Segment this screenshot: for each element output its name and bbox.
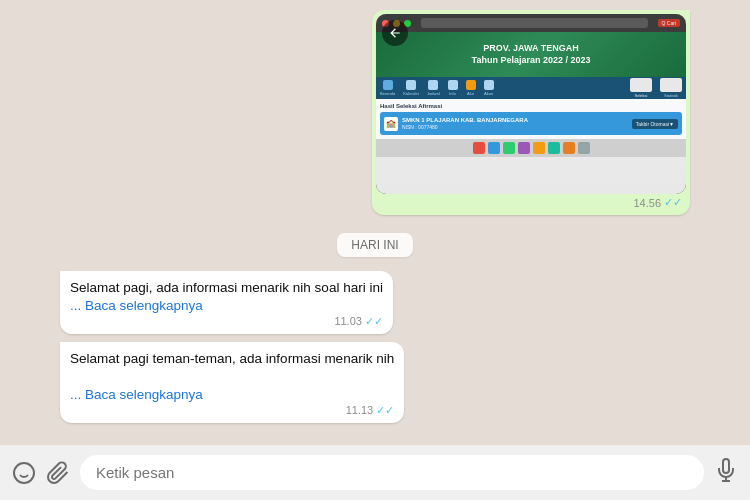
check-1103: ✓✓ <box>365 315 383 328</box>
nav-item-statistik: Statistik <box>660 78 682 98</box>
bubble-left-1: Selamat pagi, ada informasi menarik nih … <box>60 271 393 334</box>
forward-icon[interactable] <box>382 20 408 46</box>
prov-title: PROV. JAWA TENGAH Tahun Pelajaran 2022 /… <box>472 43 591 66</box>
nav-item-kalender: Kalender <box>403 80 419 96</box>
input-bar <box>0 445 750 500</box>
time-1456: 14.56 <box>633 197 661 209</box>
chat-background: Q Cari PROV. JAWA TENGAH Tahun Pelajaran… <box>0 0 750 500</box>
emoji-button[interactable] <box>12 461 36 485</box>
nav-item-info: Info <box>448 80 458 96</box>
text-message-1: Selamat pagi, ada informasi menarik nih … <box>60 271 690 334</box>
nav-item-beranda: Beranda <box>380 80 395 96</box>
message-text-2: Selamat pagi teman-teman, ada informasi … <box>70 350 394 369</box>
school-sub: NISN : 0077480 <box>402 124 528 131</box>
message-text-1: Selamat pagi, ada informasi menarik nih … <box>70 279 383 298</box>
takbir-link[interactable]: Takbir Otomasi▼ <box>632 119 678 129</box>
school-info: SMKN 1 PLAJARAN KAB. BANJARNEGARA NISN :… <box>402 116 528 131</box>
image-message-time: 14.56 ✓✓ <box>376 194 686 211</box>
image-message: Q Cari PROV. JAWA TENGAH Tahun Pelajaran… <box>60 10 690 215</box>
screenshot-nav: Beranda Kalender Jadwal <box>376 77 686 99</box>
dock-icon-4 <box>518 142 530 154</box>
bubble-left-2: Selamat pagi teman-teman, ada informasi … <box>60 342 404 423</box>
result-header: Hasil Seleksi Afirmasi <box>380 103 682 109</box>
screenshot-content: Hasil Seleksi Afirmasi 🏫 SMKN 1 PLAJARAN… <box>376 99 686 139</box>
bubble-meta-2: 11.13 ✓✓ <box>70 404 394 417</box>
dock-icon-2 <box>488 142 500 154</box>
time-1103: 11.03 <box>334 315 362 327</box>
message-input[interactable] <box>80 455 704 490</box>
nav-item-akun: Akun <box>484 80 494 96</box>
screenshot-image[interactable]: Q Cari PROV. JAWA TENGAH Tahun Pelajaran… <box>376 14 686 194</box>
nav-item-jadwal: Jadwal <box>427 80 439 96</box>
dock-icon-6 <box>548 142 560 154</box>
dock-icon-7 <box>563 142 575 154</box>
bubble-meta-1: 11.03 ✓✓ <box>70 315 383 328</box>
dock-icon-3 <box>503 142 515 154</box>
nav-item-alur: Alur <box>466 80 476 96</box>
result-card: 🏫 SMKN 1 PLAJARAN KAB. BANJARNEGARA NISN… <box>380 112 682 135</box>
image-bubble: Q Cari PROV. JAWA TENGAH Tahun Pelajaran… <box>372 10 690 215</box>
check-1113: ✓✓ <box>376 404 394 417</box>
chat-area: Q Cari PROV. JAWA TENGAH Tahun Pelajaran… <box>0 0 750 445</box>
address-bar <box>421 18 648 28</box>
attach-button[interactable] <box>46 461 70 485</box>
search-button[interactable]: Q Cari <box>658 19 680 27</box>
browser-top-bar: Q Cari <box>376 14 686 32</box>
prov-header: PROV. JAWA TENGAH Tahun Pelajaran 2022 /… <box>376 32 686 77</box>
mic-button[interactable] <box>714 458 738 488</box>
check-1456: ✓✓ <box>664 196 682 209</box>
dock-icon-1 <box>473 142 485 154</box>
school-icon: 🏫 <box>384 117 398 131</box>
school-name: SMKN 1 PLAJARAN KAB. BANJARNEGARA <box>402 116 528 124</box>
screenshot-dock <box>376 139 686 157</box>
read-more-1[interactable]: ... Baca selengkapnya <box>70 298 383 313</box>
time-1113: 11.13 <box>346 404 374 416</box>
dock-icon-8 <box>578 142 590 154</box>
svg-point-0 <box>14 463 34 483</box>
dock-icon-5 <box>533 142 545 154</box>
screenshot-mock: Q Cari PROV. JAWA TENGAH Tahun Pelajaran… <box>376 14 686 194</box>
day-badge: HARI INI <box>337 233 412 257</box>
day-separator: HARI INI <box>60 233 690 257</box>
nav-item-seleksi: Seleksi <box>630 78 652 98</box>
read-more-2[interactable]: ... Baca selengkapnya <box>70 387 394 402</box>
text-message-2: Selamat pagi teman-teman, ada informasi … <box>60 342 690 423</box>
